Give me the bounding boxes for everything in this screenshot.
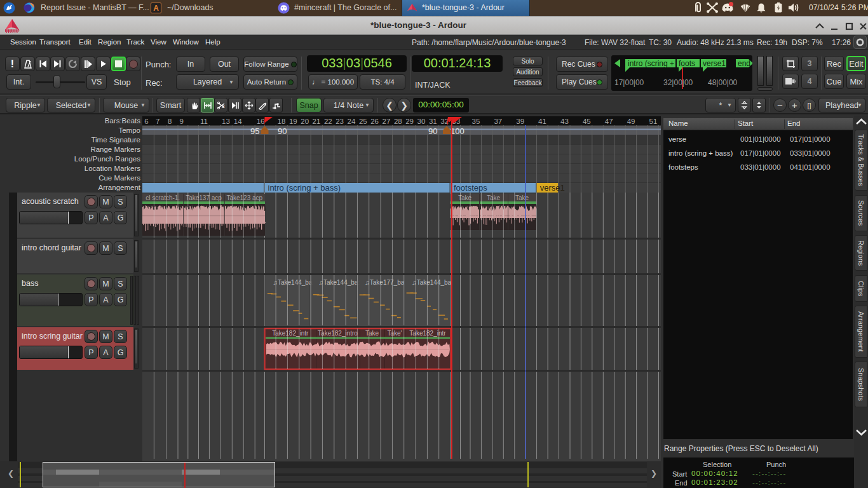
svg-text:11: 11 — [200, 118, 208, 125]
svg-text:♫Take177_ba: ♫Take177_ba — [365, 279, 404, 286]
svg-text:51: 51 — [649, 118, 658, 125]
svg-text:95: 95 — [250, 126, 259, 136]
svg-text:14: 14 — [234, 118, 242, 125]
svg-text:9: 9 — [180, 118, 184, 125]
svg-text:Take182_intr: Take182_intr — [409, 330, 446, 337]
svg-text:35: 35 — [472, 118, 480, 125]
svg-text:90: 90 — [278, 126, 287, 136]
svg-text:39: 39 — [516, 118, 524, 125]
svg-text:37: 37 — [494, 118, 502, 125]
svg-text:90: 90 — [428, 126, 437, 136]
svg-text:Take: Take — [365, 330, 379, 337]
svg-text:7: 7 — [156, 118, 159, 125]
svg-text:♫Take144_ba: ♫Take144_ba — [412, 279, 451, 286]
svg-text:21: 21 — [313, 118, 321, 125]
svg-text:26: 26 — [370, 118, 379, 125]
svg-text:♫Take144_ba: ♫Take144_ba — [273, 279, 313, 286]
svg-text:30: 30 — [417, 118, 426, 125]
svg-text:Take: Take — [515, 194, 529, 201]
svg-text:Take': Take' — [387, 330, 402, 337]
svg-text:25: 25 — [359, 118, 367, 125]
svg-text:Take182_intro: Take182_intro — [318, 330, 358, 337]
svg-text:47: 47 — [605, 118, 613, 125]
svg-text:19: 19 — [289, 118, 297, 125]
svg-text:Take182_intr: Take182_intr — [272, 330, 309, 337]
svg-text:Take137 acp: Take137 acp — [186, 194, 222, 201]
svg-text:100: 100 — [451, 126, 465, 136]
svg-text:13: 13 — [222, 118, 230, 125]
svg-text:6: 6 — [144, 118, 148, 125]
svg-text:18: 18 — [278, 118, 286, 125]
svg-text:41: 41 — [538, 118, 546, 125]
svg-text:31: 31 — [429, 118, 437, 125]
svg-text:22: 22 — [324, 118, 332, 125]
svg-text:45: 45 — [583, 118, 591, 125]
svg-text:24: 24 — [348, 118, 356, 125]
svg-text:8: 8 — [168, 118, 172, 125]
svg-text:cl scratch-1.: cl scratch-1. — [146, 194, 180, 201]
svg-text:27: 27 — [383, 118, 391, 125]
svg-text:Take: Take — [487, 194, 501, 201]
svg-text:43: 43 — [560, 118, 569, 125]
svg-text:footsteps: footsteps — [454, 183, 487, 193]
svg-text:♫Take144_ba:: ♫Take144_ba: — [318, 279, 360, 286]
svg-text:49: 49 — [627, 118, 635, 125]
svg-text:16: 16 — [257, 118, 265, 125]
svg-text:23: 23 — [336, 118, 344, 125]
svg-text:29: 29 — [405, 118, 414, 125]
svg-text:intro (scring + bass): intro (scring + bass) — [268, 183, 341, 193]
svg-text:20: 20 — [301, 118, 309, 125]
svg-text:28: 28 — [394, 118, 402, 125]
svg-text:verse1: verse1 — [540, 183, 565, 193]
